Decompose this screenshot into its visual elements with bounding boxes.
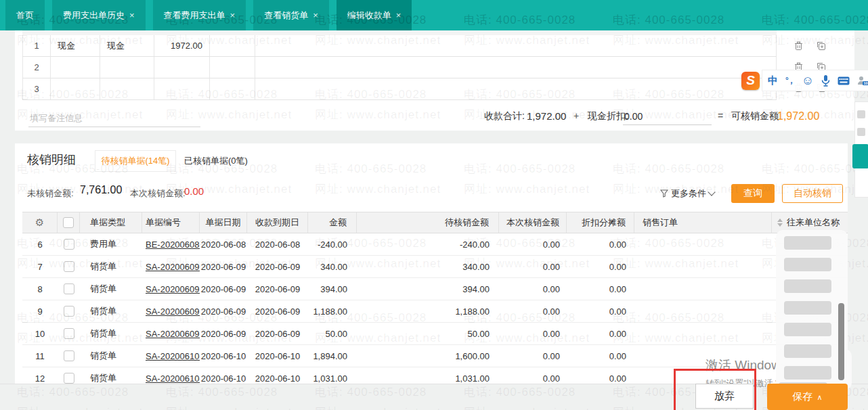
table-row[interactable]: 6费用单BE-20200608-02020-06-082020-06-08-24… [22,233,848,256]
row-checkbox[interactable] [64,239,74,250]
grid-cell: 销货单 [80,278,142,300]
more-filters-toggle[interactable]: 更多条件 [660,187,714,200]
grid-cell: SA-20200609-0 [142,300,200,322]
grid-header-cell [58,212,80,233]
grid-cell [634,233,772,255]
tab-close-icon[interactable]: × [230,10,236,20]
grid-cell [58,345,80,367]
sort-icon[interactable] [777,219,783,227]
grid-cell: 2020-06-08 [200,233,247,255]
nav-tab[interactable]: 编辑收款单× [337,0,412,30]
document-number-link[interactable]: SA-20200610-0 [146,373,200,384]
sogou-logo-icon[interactable]: S [741,72,760,90]
chinese-mode-icon[interactable]: 中 [768,74,778,87]
tab-close-icon[interactable]: × [396,10,402,20]
grid-cell: 340.00 [357,256,499,277]
grid-cell: 1,600.00 [357,345,499,367]
grid-cell [58,278,80,300]
grid-cell: 0.00 [567,345,634,367]
row-checkbox[interactable] [64,261,74,272]
grid-header-label: 单据编号 [146,217,181,229]
censor-blob [784,236,831,250]
grid-cell: 0.00 [499,345,567,367]
grid-cell: 0.00 [499,233,567,255]
nav-tab[interactable]: 查看费用支出单× [153,0,246,30]
grid-header-cell: 单据日期 [200,212,247,233]
delete-row-icon[interactable] [794,41,804,53]
column-settings-gear-icon[interactable]: ⚙ [35,217,44,229]
document-number-link[interactable]: SA-20200609-0 [146,284,200,294]
payment-cell [255,78,777,99]
grid-cell: 0.00 [499,300,567,322]
tab-close-icon[interactable]: × [129,10,135,20]
grid-cell: -240.00抵 [308,233,357,255]
row-checkbox[interactable] [64,373,74,384]
grid-cell: 9 [22,300,58,322]
query-button[interactable]: 查询 [731,184,775,203]
sogou-icon-strip: 中 °， ☺ 10 [762,70,868,91]
table-row[interactable]: 9销货单SA-20200609-02020-06-092020-06-091,1… [22,300,848,323]
grid-header-label: 单据日期 [206,217,241,229]
row-checkbox[interactable] [64,306,74,317]
row-checkbox[interactable] [64,350,74,361]
document-number-link[interactable]: SA-20200609-0 [146,262,200,272]
payment-cell: 现金 [100,35,154,56]
grid-cell: SA-20200609-0 [142,256,200,277]
nav-tab[interactable]: 查看销货单× [253,0,329,30]
emoji-icon[interactable]: ☺ [802,74,814,88]
svg-text:10: 10 [864,81,868,85]
dock-icon-1[interactable] [857,110,865,118]
payment-row[interactable]: 3 [22,78,777,100]
tab-pending-docs[interactable]: 待核销单据(14笔) [95,150,176,172]
grid-cell: 0.00 [499,256,567,277]
user-mode-icon[interactable]: 10 [857,76,868,86]
tab-verified-docs[interactable]: 已核销单据(0笔) [184,155,248,167]
payment-cell: 2 [22,57,51,78]
document-number-link[interactable]: BE-20200608-0 [146,240,200,250]
grid-header-label: 金额 [329,217,347,229]
tab-close-icon[interactable]: × [313,10,318,20]
copy-add-row-icon[interactable] [816,41,826,53]
dock-icon-2[interactable] [857,128,865,136]
save-button[interactable]: 保存∧ [767,384,848,410]
grid-cell: 销货单 [80,256,142,277]
table-row[interactable]: 7销货单SA-20200609-02020-06-092020-06-09340… [22,256,848,278]
nav-tab[interactable]: 首页 [5,0,45,30]
document-number-link[interactable]: SA-20200609-0 [146,329,200,339]
censor-blob [784,279,831,293]
document-number-link[interactable]: SA-20200609-0 [146,306,200,317]
grid-header-row: ⚙单据类型单据编号单据日期收款到期日金额待核销金额本次核销金额折扣分摊额销售订单… [22,212,848,233]
table-row[interactable]: 8销货单SA-20200609-02020-06-092020-06-09394… [22,278,848,300]
payment-cell: 3 [22,78,51,99]
punctuation-icon[interactable]: °， [785,75,794,87]
docked-side-toolbar [854,101,868,198]
censor-blob [784,323,831,336]
nav-tab[interactable]: 费用支出单历史× [52,0,146,30]
document-number-link[interactable]: SA-20200610-0 [146,351,200,361]
vertical-scrollbar[interactable] [838,303,844,380]
grid-cell [58,300,80,322]
grid-header-cell: 折扣分摊额 [567,212,634,233]
microphone-icon[interactable] [821,75,830,87]
dock-teal-icon[interactable] [852,144,868,168]
payment-row[interactable]: 1现金现金1972.00 [22,35,777,57]
app-window: 首页费用支出单历史×查看费用支出单×查看销货单×编辑收款单× 1现金现金1972… [0,0,868,410]
grid-cell: SA-20200610-0 [142,345,200,367]
select-all-checkbox[interactable] [63,217,74,228]
grid-cell: 50.00 [357,323,499,344]
row-checkbox[interactable] [64,283,74,294]
censor-blob [784,366,831,380]
grid-cell: 2020-06-09 [247,323,308,344]
payment-row[interactable]: 2 [22,57,777,78]
grid-cell: 0.00 [567,233,634,255]
grid-cell: 340.00 [308,256,357,277]
grid-cell: 0.00 [567,256,634,277]
keyboard-icon[interactable] [838,76,850,85]
table-row[interactable]: 10销货单SA-20200609-02020-06-092020-06-0950… [22,323,848,345]
cancel-button[interactable]: 放弃 [695,384,754,409]
row-checkbox[interactable] [64,328,74,339]
grid-cell: -240.00 [357,233,499,255]
auto-verify-button[interactable]: 自动核销 [782,184,843,203]
cash-discount-input[interactable] [623,108,712,125]
grid-cell: 销货单 [80,323,142,344]
